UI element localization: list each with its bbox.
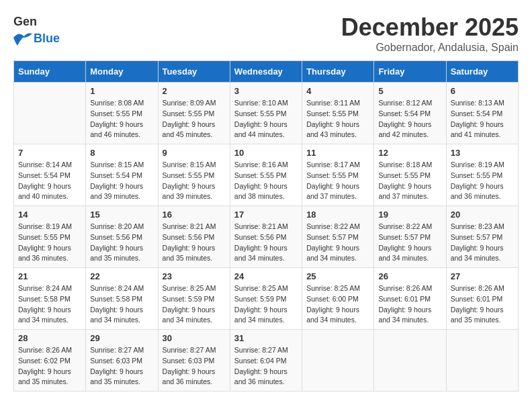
day-number: 5 [378, 86, 441, 96]
calendar-cell: 27Sunrise: 8:26 AMSunset: 6:01 PMDayligh… [446, 268, 518, 330]
day-number: 18 [306, 210, 369, 220]
day-number: 21 [18, 271, 81, 281]
weekday-header-saturday: Saturday [446, 61, 518, 83]
calendar-cell: 12Sunrise: 8:18 AMSunset: 5:55 PMDayligh… [374, 144, 446, 206]
calendar-cell [446, 330, 518, 392]
day-info: Sunrise: 8:17 AMSunset: 5:55 PMDaylight:… [306, 160, 369, 202]
day-number: 23 [163, 271, 226, 281]
calendar-cell: 18Sunrise: 8:22 AMSunset: 5:57 PMDayligh… [302, 206, 374, 268]
calendar-cell: 9Sunrise: 8:15 AMSunset: 5:55 PMDaylight… [158, 144, 230, 206]
calendar-cell: 15Sunrise: 8:20 AMSunset: 5:56 PMDayligh… [86, 206, 158, 268]
calendar-week-row: 14Sunrise: 8:19 AMSunset: 5:55 PMDayligh… [14, 206, 519, 268]
calendar-cell [302, 330, 374, 392]
day-number: 1 [90, 86, 153, 96]
calendar-cell: 6Sunrise: 8:13 AMSunset: 5:54 PMDaylight… [446, 83, 518, 144]
calendar-cell: 7Sunrise: 8:14 AMSunset: 5:54 PMDaylight… [14, 144, 86, 206]
calendar-cell: 4Sunrise: 8:11 AMSunset: 5:55 PMDaylight… [302, 83, 374, 144]
day-info: Sunrise: 8:08 AMSunset: 5:55 PMDaylight:… [90, 98, 153, 140]
page-header: General Blue December 2025 Gobernador, A… [13, 13, 519, 54]
day-number: 22 [90, 271, 153, 281]
day-info: Sunrise: 8:15 AMSunset: 5:55 PMDaylight:… [163, 160, 226, 202]
day-info: Sunrise: 8:25 AMSunset: 5:59 PMDaylight:… [163, 283, 226, 326]
logo-blue-text: Blue [34, 32, 60, 46]
calendar-cell: 13Sunrise: 8:19 AMSunset: 5:55 PMDayligh… [446, 144, 518, 206]
day-info: Sunrise: 8:24 AMSunset: 5:58 PMDaylight:… [90, 283, 153, 326]
calendar-table: SundayMondayTuesdayWednesdayThursdayFrid… [13, 60, 519, 392]
day-info: Sunrise: 8:14 AMSunset: 5:54 PMDaylight:… [18, 160, 81, 202]
day-info: Sunrise: 8:18 AMSunset: 5:55 PMDaylight:… [378, 160, 441, 202]
calendar-cell: 10Sunrise: 8:16 AMSunset: 5:55 PMDayligh… [230, 144, 302, 206]
day-number: 26 [378, 271, 441, 281]
day-number: 6 [451, 86, 514, 96]
day-info: Sunrise: 8:13 AMSunset: 5:54 PMDaylight:… [451, 98, 514, 140]
weekday-header-wednesday: Wednesday [230, 61, 302, 83]
weekday-header-thursday: Thursday [302, 61, 374, 83]
calendar-week-row: 1Sunrise: 8:08 AMSunset: 5:55 PMDaylight… [14, 83, 519, 144]
day-info: Sunrise: 8:20 AMSunset: 5:56 PMDaylight:… [90, 222, 153, 264]
weekday-header-tuesday: Tuesday [158, 61, 230, 83]
title-area: December 2025 Gobernador, Andalusia, Spa… [341, 13, 519, 54]
day-info: Sunrise: 8:22 AMSunset: 5:57 PMDaylight:… [306, 222, 369, 264]
day-number: 30 [163, 333, 226, 343]
calendar-week-row: 21Sunrise: 8:24 AMSunset: 5:58 PMDayligh… [14, 268, 519, 330]
day-number: 4 [306, 86, 369, 96]
calendar-cell: 21Sunrise: 8:24 AMSunset: 5:58 PMDayligh… [14, 268, 86, 330]
weekday-header-sunday: Sunday [14, 61, 86, 83]
calendar-cell: 3Sunrise: 8:10 AMSunset: 5:55 PMDaylight… [230, 83, 302, 144]
day-info: Sunrise: 8:27 AMSunset: 6:04 PMDaylight:… [234, 345, 298, 387]
calendar-cell: 31Sunrise: 8:27 AMSunset: 6:04 PMDayligh… [230, 330, 302, 392]
day-info: Sunrise: 8:19 AMSunset: 5:55 PMDaylight:… [451, 160, 514, 202]
calendar-cell: 25Sunrise: 8:25 AMSunset: 6:00 PMDayligh… [302, 268, 374, 330]
logo: General Blue [13, 13, 60, 46]
day-number: 12 [378, 148, 441, 158]
day-number: 8 [90, 148, 153, 158]
day-info: Sunrise: 8:26 AMSunset: 6:02 PMDaylight:… [18, 345, 81, 387]
day-info: Sunrise: 8:19 AMSunset: 5:55 PMDaylight:… [18, 222, 81, 264]
day-number: 10 [234, 148, 298, 158]
day-info: Sunrise: 8:21 AMSunset: 5:56 PMDaylight:… [234, 222, 298, 264]
logo-icon: General [13, 13, 36, 31]
day-number: 11 [306, 148, 369, 158]
day-number: 25 [306, 271, 369, 281]
calendar-cell: 26Sunrise: 8:26 AMSunset: 6:01 PMDayligh… [374, 268, 446, 330]
month-title: December 2025 [341, 13, 519, 42]
day-info: Sunrise: 8:10 AMSunset: 5:55 PMDaylight:… [234, 98, 298, 140]
day-info: Sunrise: 8:25 AMSunset: 5:59 PMDaylight:… [234, 283, 298, 326]
logo-bird-icon [13, 31, 32, 46]
day-number: 13 [451, 148, 514, 158]
calendar-cell: 30Sunrise: 8:27 AMSunset: 6:03 PMDayligh… [158, 330, 230, 392]
day-number: 17 [234, 210, 298, 220]
day-number: 27 [451, 271, 514, 281]
calendar-cell: 2Sunrise: 8:09 AMSunset: 5:55 PMDaylight… [158, 83, 230, 144]
calendar-cell [374, 330, 446, 392]
calendar-cell: 17Sunrise: 8:21 AMSunset: 5:56 PMDayligh… [230, 206, 302, 268]
day-info: Sunrise: 8:09 AMSunset: 5:55 PMDaylight:… [163, 98, 226, 140]
day-number: 15 [90, 210, 153, 220]
calendar-cell: 23Sunrise: 8:25 AMSunset: 5:59 PMDayligh… [158, 268, 230, 330]
calendar-cell: 28Sunrise: 8:26 AMSunset: 6:02 PMDayligh… [14, 330, 86, 392]
weekday-header-row: SundayMondayTuesdayWednesdayThursdayFrid… [14, 61, 519, 83]
calendar-cell: 16Sunrise: 8:21 AMSunset: 5:56 PMDayligh… [158, 206, 230, 268]
day-number: 2 [163, 86, 226, 96]
day-number: 16 [163, 210, 226, 220]
calendar-week-row: 7Sunrise: 8:14 AMSunset: 5:54 PMDaylight… [14, 144, 519, 206]
day-info: Sunrise: 8:21 AMSunset: 5:56 PMDaylight:… [163, 222, 226, 264]
day-info: Sunrise: 8:11 AMSunset: 5:55 PMDaylight:… [306, 98, 369, 140]
day-info: Sunrise: 8:23 AMSunset: 5:57 PMDaylight:… [451, 222, 514, 264]
day-info: Sunrise: 8:12 AMSunset: 5:54 PMDaylight:… [378, 98, 441, 140]
calendar-cell: 14Sunrise: 8:19 AMSunset: 5:55 PMDayligh… [14, 206, 86, 268]
day-info: Sunrise: 8:27 AMSunset: 6:03 PMDaylight:… [90, 345, 153, 387]
weekday-header-monday: Monday [86, 61, 158, 83]
calendar-cell: 5Sunrise: 8:12 AMSunset: 5:54 PMDaylight… [374, 83, 446, 144]
calendar-cell: 24Sunrise: 8:25 AMSunset: 5:59 PMDayligh… [230, 268, 302, 330]
day-info: Sunrise: 8:22 AMSunset: 5:57 PMDaylight:… [378, 222, 441, 264]
calendar-cell [14, 83, 86, 144]
calendar-cell: 8Sunrise: 8:15 AMSunset: 5:54 PMDaylight… [86, 144, 158, 206]
day-number: 31 [234, 333, 298, 343]
day-number: 28 [18, 333, 81, 343]
calendar-cell: 19Sunrise: 8:22 AMSunset: 5:57 PMDayligh… [374, 206, 446, 268]
day-info: Sunrise: 8:15 AMSunset: 5:54 PMDaylight:… [90, 160, 153, 202]
day-number: 24 [234, 271, 298, 281]
weekday-header-friday: Friday [374, 61, 446, 83]
day-info: Sunrise: 8:24 AMSunset: 5:58 PMDaylight:… [18, 283, 81, 326]
